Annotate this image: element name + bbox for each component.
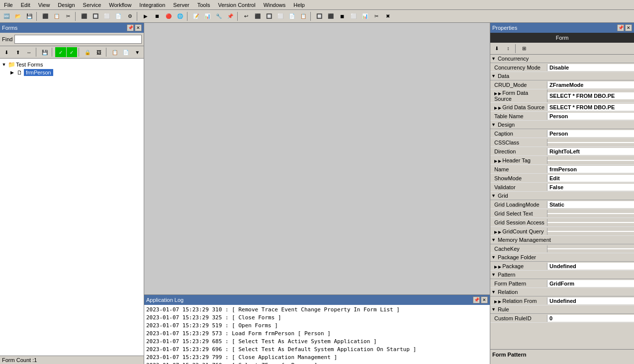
toolbar-btn18[interactable]: 🔧 xyxy=(213,11,224,21)
menu-server[interactable]: Server xyxy=(169,1,193,9)
prop-row[interactable]: ▶Grid Data SourceSELECT * FROM DBO.PE xyxy=(490,103,634,112)
toolbar-btn28[interactable]: ◼ xyxy=(337,11,348,21)
toolbar-btn10[interactable]: 📄 xyxy=(113,11,124,21)
toolbar-btn19[interactable]: 📌 xyxy=(225,11,236,21)
forms-toolbar-btn5[interactable]: ✓ xyxy=(55,47,66,57)
prop-value[interactable] xyxy=(547,248,634,249)
toolbar-btn12[interactable]: ▶ xyxy=(140,11,151,21)
menu-file[interactable]: File xyxy=(0,1,17,9)
toolbar-btn21[interactable]: ⬛ xyxy=(252,11,263,21)
search-input[interactable] xyxy=(14,35,142,44)
app-log-content[interactable]: 2023-01-07 15:23:29 310 : [ Remove Trace… xyxy=(144,305,490,364)
toolbar-btn31[interactable]: ✂ xyxy=(371,11,382,21)
prop-row[interactable]: ▶Form Data SourceSELECT * FROM DBO.PE xyxy=(490,89,634,103)
forms-toolbar-btn2[interactable]: ⬆ xyxy=(12,47,23,57)
prop-section-header-grid[interactable]: ▼Grid xyxy=(490,192,634,200)
prop-row[interactable]: ▶GridCount Query xyxy=(490,227,634,236)
props-close-button[interactable]: ✕ xyxy=(625,24,632,31)
prop-value[interactable]: Person xyxy=(547,130,634,137)
toolbar-btn16[interactable]: 📝 xyxy=(190,11,201,21)
prop-row[interactable]: CaptionPerson xyxy=(490,129,634,138)
prop-row[interactable]: CSSClass xyxy=(490,138,634,147)
prop-value[interactable]: Disable xyxy=(547,64,634,71)
prop-value[interactable]: GridForm xyxy=(547,280,634,287)
prop-value[interactable] xyxy=(547,222,634,223)
menu-service[interactable]: Service xyxy=(79,1,105,9)
prop-value[interactable] xyxy=(547,213,634,214)
menu-view[interactable]: View xyxy=(34,1,54,9)
prop-value[interactable]: 0 xyxy=(547,315,634,322)
prop-value[interactable]: RightToLeft xyxy=(547,148,634,155)
design-area[interactable] xyxy=(144,23,490,294)
prop-row[interactable]: Grid Session Access xyxy=(490,218,634,227)
toolbar-btn7[interactable]: ⬛ xyxy=(79,11,90,21)
toolbar-btn25[interactable]: 📋 xyxy=(298,11,309,21)
forms-toolbar-btn7[interactable]: 🔒 xyxy=(82,47,93,57)
tree-item-root[interactable]: ▼ 📁 Test Forms xyxy=(1,61,143,69)
prop-section-header-rule[interactable]: ▼Rule xyxy=(490,305,634,314)
toolbar-btn14[interactable]: 🔴 xyxy=(163,11,174,21)
toolbar-close[interactable]: ✖ xyxy=(382,11,393,21)
prop-value[interactable]: False xyxy=(547,184,634,191)
prop-row[interactable]: Grid LoadingModeStatic xyxy=(490,200,634,209)
forms-close-button[interactable]: ✕ xyxy=(135,24,142,31)
menu-help[interactable]: Help xyxy=(289,1,309,9)
forms-toolbar-btn1[interactable]: ⬇ xyxy=(1,47,12,57)
toolbar-btn9[interactable]: ⬜ xyxy=(101,11,112,21)
toolbar-btn11[interactable]: ⚙ xyxy=(124,11,135,21)
toolbar-btn6[interactable]: ✂ xyxy=(63,11,74,21)
forms-toolbar-btn10[interactable]: 📄 xyxy=(120,47,131,57)
toolbar-btn20[interactable]: ↩ xyxy=(241,11,252,21)
forms-toolbar-btn4[interactable]: 💾 xyxy=(39,47,50,57)
prop-value[interactable]: Person xyxy=(547,113,634,120)
toolbar-btn8[interactable]: 🔲 xyxy=(90,11,101,21)
toolbar-btn15[interactable]: 🌐 xyxy=(175,11,185,21)
forms-pin-button[interactable]: 📌 xyxy=(127,24,134,31)
menu-edit[interactable]: Edit xyxy=(17,1,34,9)
toolbar-btn27[interactable]: ⬛ xyxy=(325,11,336,21)
prop-value[interactable]: frmPerson xyxy=(547,166,634,173)
tree-expand-form-icon[interactable]: ▶ xyxy=(9,70,15,75)
forms-toolbar-scroll[interactable]: ▼ xyxy=(132,47,143,57)
forms-toolbar-btn9[interactable]: 📋 xyxy=(109,47,120,57)
menu-workflow[interactable]: Workflow xyxy=(105,1,135,9)
toolbar-btn4[interactable]: ⬛ xyxy=(40,11,51,21)
prop-section-header-data[interactable]: ▼Data xyxy=(490,72,634,80)
forms-toolbar-btn3[interactable]: ↔ xyxy=(23,47,34,57)
prop-row[interactable]: ValidatorFalse xyxy=(490,183,634,192)
app-log-pin-button[interactable]: 📌 xyxy=(473,296,480,303)
prop-row[interactable]: ▶Header Tag xyxy=(490,156,634,165)
prop-value[interactable]: SELECT * FROM DBO.PE xyxy=(547,92,634,99)
prop-value[interactable]: ZFrameMode xyxy=(547,81,634,88)
toolbar-open[interactable]: 📂 xyxy=(12,11,23,21)
prop-row[interactable]: CacheKey xyxy=(490,244,634,253)
prop-value[interactable]: Undefined xyxy=(547,297,634,304)
props-view-btn[interactable]: ⊞ xyxy=(519,44,530,54)
toolbar-btn17[interactable]: 📊 xyxy=(202,11,213,21)
prop-value[interactable]: Undefined xyxy=(547,263,634,270)
menu-design[interactable]: Design xyxy=(54,1,79,9)
props-sort-btn2[interactable]: ↕ xyxy=(503,44,514,54)
prop-value[interactable] xyxy=(547,142,634,143)
prop-section-header-pattern[interactable]: ▼Pattern xyxy=(490,271,634,279)
forms-toolbar-btn6[interactable]: ✓ xyxy=(67,47,78,57)
toolbar-btn29[interactable]: ⬜ xyxy=(348,11,359,21)
toolbar-btn30[interactable]: 📊 xyxy=(360,11,370,21)
tree-expand-icon[interactable]: ▼ xyxy=(1,62,7,68)
prop-row[interactable]: ▶PackageUndefined xyxy=(490,262,634,271)
prop-section-header-concurrency[interactable]: ▼Concurrency xyxy=(490,55,634,63)
prop-section-header-memory-management[interactable]: ▼Memory Management xyxy=(490,236,634,244)
prop-row[interactable]: Table NamePerson xyxy=(490,112,634,121)
prop-value[interactable]: SELECT * FROM DBO.PE xyxy=(547,104,634,111)
prop-row[interactable]: Custom RuleID0 xyxy=(490,314,634,323)
toolbar-btn23[interactable]: ⬜ xyxy=(275,11,286,21)
prop-row[interactable]: Grid Select Text xyxy=(490,209,634,218)
prop-value[interactable]: Edit xyxy=(547,175,634,182)
toolbar-btn26[interactable]: 🔲 xyxy=(314,11,325,21)
prop-row[interactable]: CRUD_ModeZFrameMode xyxy=(490,80,634,89)
props-pin-button[interactable]: 📌 xyxy=(617,24,624,31)
props-sort-btn1[interactable]: ⬇ xyxy=(491,44,502,54)
toolbar-btn22[interactable]: 🔲 xyxy=(264,11,274,21)
prop-row[interactable]: ▶Relation FromUndefined xyxy=(490,296,634,305)
prop-row[interactable]: Concurrency ModeDisable xyxy=(490,63,634,72)
